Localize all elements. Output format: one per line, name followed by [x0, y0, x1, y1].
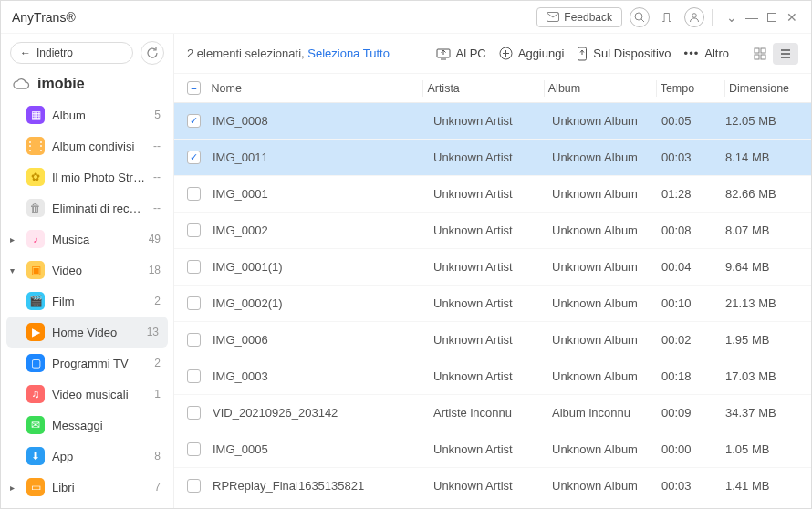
- sidebar-item[interactable]: 🎬Film2: [1, 286, 173, 317]
- sidebar-item[interactable]: ▸♪Musica49: [1, 223, 173, 254]
- more-button[interactable]: ••• Altro: [684, 47, 729, 60]
- row-checkbox[interactable]: [187, 114, 201, 128]
- row-checkbox[interactable]: [187, 369, 201, 383]
- table-row[interactable]: IMG_0001(1)Unknown ArtistUnknown Album00…: [174, 249, 811, 286]
- sidebar-item[interactable]: ▸▭Libri7: [1, 472, 173, 503]
- to-pc-label: Al PC: [456, 47, 486, 60]
- sidebar-item-count: 1: [154, 388, 164, 400]
- table-row[interactable]: RPReplay_Final1635135821Unknown ArtistUn…: [174, 468, 811, 504]
- row-name: IMG_0003: [213, 369, 268, 383]
- col-header-artist[interactable]: Artista: [427, 82, 459, 95]
- sidebar-item[interactable]: 🗑Eliminati di recente--: [1, 192, 173, 223]
- row-checkbox[interactable]: [187, 406, 201, 420]
- category-icon: ▶: [26, 323, 45, 341]
- to-pc-icon: [436, 47, 451, 60]
- dropdown-icon[interactable]: ⌄: [724, 10, 740, 25]
- close-icon[interactable]: ✕: [784, 10, 800, 25]
- to-device-button[interactable]: Sul Dispositivo: [577, 47, 671, 61]
- view-grid-button[interactable]: [747, 43, 773, 65]
- table-row[interactable]: IMG_0002Unknown ArtistUnknown Album00:08…: [174, 213, 811, 249]
- category-icon: ⬇: [26, 447, 45, 465]
- sidebar-item[interactable]: ⋮⋮Album condivisi--: [1, 130, 173, 161]
- sidebar-item[interactable]: ♫Video musicali1: [1, 379, 173, 410]
- row-album: Unknown Album: [552, 369, 638, 383]
- table-row[interactable]: IMG_0002(1)Unknown ArtistUnknown Album00…: [174, 286, 811, 322]
- row-checkbox[interactable]: [187, 187, 201, 201]
- row-size: 1.95 MB: [725, 333, 769, 347]
- sidebar-item-count: 2: [154, 357, 164, 369]
- row-time: 00:02: [661, 333, 692, 347]
- row-album: Unknown Album: [552, 479, 638, 493]
- col-header-album[interactable]: Album: [548, 82, 580, 95]
- app-name: AnyTrans®: [12, 10, 76, 25]
- sidebar: ← Indietro imobie ▦Album5⋮⋮Album condivi…: [1, 34, 174, 508]
- row-checkbox[interactable]: [187, 442, 201, 456]
- header-checkbox[interactable]: [187, 81, 201, 95]
- device-row[interactable]: imobie: [1, 72, 173, 99]
- refresh-button[interactable]: [141, 41, 164, 65]
- table-row[interactable]: VID_20210926_203142Artiste inconnuAlbum …: [174, 395, 811, 431]
- row-time: 00:18: [661, 369, 692, 383]
- select-all-link[interactable]: Seleziona Tutto: [307, 47, 390, 60]
- row-time: 00:00: [661, 442, 692, 456]
- row-album: Unknown Album: [552, 296, 638, 310]
- sidebar-item[interactable]: ▦Album5: [1, 99, 173, 130]
- row-checkbox[interactable]: [187, 223, 201, 237]
- row-artist: Unknown Artist: [433, 296, 513, 310]
- sidebar-item-label: Video: [52, 264, 141, 277]
- table-row[interactable]: IMG_0001Unknown ArtistUnknown Album01:28…: [174, 176, 811, 213]
- row-checkbox[interactable]: [187, 333, 201, 347]
- row-time: 00:03: [661, 151, 692, 164]
- col-header-time[interactable]: Tempo: [661, 82, 695, 95]
- feedback-button[interactable]: Feedback: [536, 7, 622, 27]
- add-button[interactable]: Aggiungi: [499, 47, 565, 60]
- table-row[interactable]: IMG_0011Unknown ArtistUnknown Album00:03…: [174, 140, 811, 176]
- row-size: 8.14 MB: [725, 151, 769, 164]
- sidebar-item-count: 18: [149, 264, 164, 276]
- row-checkbox[interactable]: [187, 260, 201, 274]
- svg-rect-12: [755, 55, 759, 59]
- svg-rect-11: [761, 48, 765, 53]
- sidebar-item-count: 5: [154, 109, 164, 121]
- row-name: IMG_0002: [213, 223, 268, 237]
- back-label: Indietro: [36, 47, 73, 59]
- table-row[interactable]: IMG_0005Unknown ArtistUnknown Album00:00…: [174, 431, 811, 468]
- view-list-button[interactable]: [773, 43, 798, 65]
- selection-info: 2 elementi selezionati, Seleziona Tutto: [187, 47, 390, 60]
- row-time: 00:10: [661, 296, 692, 310]
- chevron-icon: ▸: [10, 483, 19, 493]
- sidebar-item[interactable]: ✉Messaggi: [1, 410, 173, 441]
- row-time: 00:08: [661, 223, 692, 237]
- user-icon[interactable]: [684, 7, 704, 27]
- maximize-icon[interactable]: [764, 13, 780, 22]
- row-checkbox[interactable]: [187, 151, 201, 164]
- to-pc-button[interactable]: Al PC: [436, 47, 486, 60]
- shop-icon[interactable]: ⎍: [657, 7, 677, 27]
- sidebar-item[interactable]: ▾▣Video18: [1, 254, 173, 286]
- row-size: 17.03 MB: [725, 369, 776, 383]
- table-row[interactable]: IMG_0008Unknown ArtistUnknown Album00:05…: [174, 103, 811, 140]
- sidebar-item[interactable]: ▢Programmi TV2: [1, 348, 173, 379]
- row-album: Unknown Album: [552, 442, 638, 456]
- search-icon[interactable]: [630, 7, 650, 27]
- sidebar-item[interactable]: ⬇App8: [1, 441, 173, 472]
- row-artist: Unknown Artist: [433, 114, 513, 128]
- selection-count: 2 elementi selezionati,: [187, 47, 307, 60]
- row-checkbox[interactable]: [187, 479, 201, 493]
- table-row[interactable]: IMG_0003Unknown ArtistUnknown Album00:18…: [174, 358, 811, 395]
- row-time: 00:09: [661, 406, 692, 420]
- back-button[interactable]: ← Indietro: [10, 42, 133, 64]
- row-name: IMG_0005: [213, 442, 268, 456]
- svg-point-1: [635, 13, 642, 20]
- col-header-size[interactable]: Dimensione: [729, 82, 789, 95]
- sidebar-item[interactable]: ✿Il mio Photo Stream--: [1, 161, 173, 192]
- sidebar-item-count: 8: [154, 450, 164, 462]
- minimize-icon[interactable]: —: [744, 10, 760, 25]
- row-checkbox[interactable]: [187, 296, 201, 310]
- more-icon: •••: [684, 47, 700, 60]
- row-name: VID_20210926_203142: [213, 406, 338, 420]
- category-icon: ▭: [26, 478, 45, 496]
- col-header-name[interactable]: Nome: [212, 82, 242, 95]
- sidebar-item[interactable]: ▶Home Video13: [6, 317, 168, 348]
- table-row[interactable]: IMG_0006Unknown ArtistUnknown Album00:02…: [174, 322, 811, 358]
